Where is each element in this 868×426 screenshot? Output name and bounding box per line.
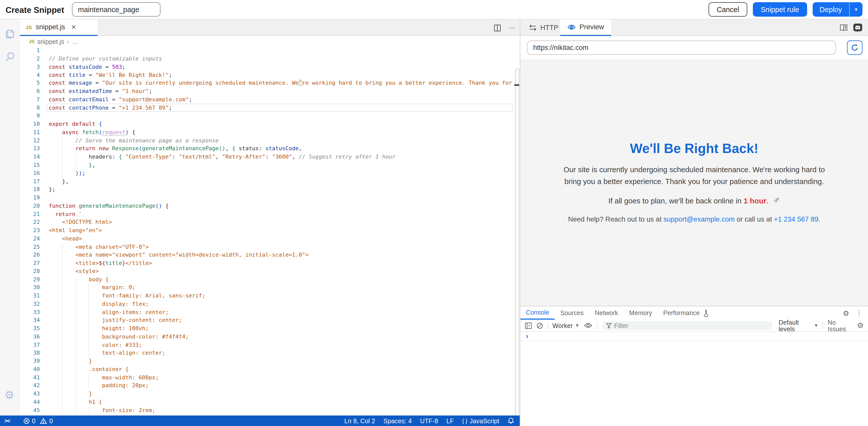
code-line[interactable]: 38 text-align: center;	[20, 349, 520, 357]
scrollbar-track[interactable]	[515, 68, 519, 426]
code-line[interactable]: 4const title = "We'll Be Right Back!";	[20, 71, 520, 79]
support-email-link[interactable]: support@example.com	[663, 216, 735, 223]
code-line[interactable]: 44 h1 {	[20, 398, 520, 406]
code-line[interactable]: 6const estimatedTime = "1 hour";	[20, 88, 520, 96]
code-line[interactable]: 40 .container {	[20, 366, 520, 374]
devtools-kebab-menu-icon[interactable]: ⋮	[856, 309, 863, 317]
snippet-name-input[interactable]	[72, 2, 160, 17]
encoding-setting[interactable]: UTF-8	[420, 418, 438, 424]
code-line[interactable]: 14 headers: { "Content-Type": "text/html…	[20, 153, 520, 161]
breadcrumb[interactable]: JS snippet.js › …	[20, 36, 520, 47]
console-messages-area[interactable]: ›	[520, 332, 868, 426]
clear-console-icon[interactable]	[536, 322, 543, 329]
code-line[interactable]: 16 });	[20, 169, 520, 177]
tab-network[interactable]: Network	[589, 306, 624, 320]
code-line[interactable]: 42 padding: 20px;	[20, 382, 520, 390]
execution-context-selector[interactable]: Worker▼	[552, 322, 579, 329]
code-line[interactable]: 15 },	[20, 161, 520, 169]
search-icon[interactable]	[4, 50, 16, 64]
code-line[interactable]: 31 font-family: Arial, sans-serif;	[20, 292, 520, 300]
deploy-button[interactable]: Deploy	[812, 2, 849, 17]
discord-icon[interactable]	[853, 23, 863, 32]
bell-icon[interactable]	[507, 417, 514, 425]
eye-icon[interactable]	[584, 322, 592, 329]
remote-indicator-icon[interactable]: ><	[4, 418, 10, 424]
editor-tab-strip: JS snippet.js ✕ ⋯	[20, 20, 520, 36]
breadcrumb-more[interactable]: …	[72, 38, 78, 45]
code-line[interactable]: 7const contactEmail = "support@example.c…	[20, 96, 520, 104]
code-line[interactable]: 21 return `	[20, 210, 520, 218]
panel-sidebar-icon[interactable]	[525, 322, 532, 329]
indentation-setting[interactable]: Spaces: 4	[383, 418, 411, 424]
code-line[interactable]: 11 async fetch(request) {	[20, 129, 520, 137]
more-actions-icon[interactable]: ⋯	[509, 24, 515, 32]
code-line[interactable]: 5const message = "Our site is currently …	[20, 79, 520, 87]
code-line[interactable]: 37 color: #333;	[20, 341, 520, 349]
snippet-editor-app: Create Snippet Cancel Snippet rule Deplo…	[0, 0, 868, 426]
issues-counter[interactable]: No Issues	[828, 319, 852, 332]
code-line[interactable]: 30 margin: 0;	[20, 284, 520, 292]
tab-http[interactable]: HTTP	[529, 20, 558, 36]
console-settings-gear-icon[interactable]: ⚙	[857, 322, 864, 329]
log-levels-dropdown[interactable]: Default levels▼	[779, 319, 818, 332]
refresh-button[interactable]	[847, 40, 863, 55]
code-line[interactable]: 8const contactPhone = "+1 234 567 89";	[20, 104, 520, 112]
code-line[interactable]: 29 body {	[20, 276, 520, 284]
code-line[interactable]: 20function generateMaintenancePage() {	[20, 202, 520, 210]
code-line[interactable]: 39 }	[20, 358, 520, 366]
code-line[interactable]: 27 <title>${title}</title>	[20, 259, 520, 267]
code-line[interactable]: 24 <head>	[20, 235, 520, 243]
code-line[interactable]: 25 <meta charset="UTF-8">	[20, 243, 520, 251]
code-line[interactable]: 43 }	[20, 390, 520, 398]
code-line[interactable]: 28 <style>	[20, 267, 520, 276]
code-line[interactable]: 35 height: 100vh;	[20, 325, 520, 333]
code-line[interactable]: 32 display: flex;	[20, 300, 520, 308]
tab-preview[interactable]: Preview	[560, 20, 611, 36]
activity-bar: ⚙	[0, 20, 21, 416]
code-line[interactable]: 13 return new Response(generateMaintenan…	[20, 145, 520, 153]
code-line[interactable]: 18};	[20, 186, 520, 194]
code-line[interactable]: 22 <!DOCTYPE html>	[20, 219, 520, 227]
breadcrumb-file[interactable]: snippet.js	[37, 38, 64, 45]
editor-scrollbar[interactable]	[515, 47, 520, 416]
devtools-settings-gear-icon[interactable]: ⚙	[843, 309, 849, 317]
tab-close-icon[interactable]: ✕	[71, 24, 76, 31]
code-line[interactable]: 17 },	[20, 177, 520, 186]
code-line[interactable]: 23<html lang="en">	[20, 227, 520, 235]
console-filter-input[interactable]: Filter	[601, 321, 772, 330]
code-line[interactable]: 19	[20, 194, 520, 202]
code-line[interactable]: 26 <meta name="viewport" content="width=…	[20, 251, 520, 259]
tab-performance[interactable]: Performance	[658, 306, 705, 320]
code-line[interactable]: 10export default {	[20, 120, 520, 128]
files-icon[interactable]	[4, 27, 16, 40]
settings-gear-icon[interactable]: ⚙	[4, 389, 14, 402]
language-mode[interactable]: { } JavaScript	[462, 418, 499, 424]
split-editor-icon[interactable]	[494, 24, 501, 31]
line-number: 5	[20, 79, 40, 87]
tab-sources[interactable]: Sources	[555, 306, 589, 320]
cursor-position[interactable]: Ln 8, Col 2	[344, 418, 375, 424]
code-editor[interactable]: 12// Define your customizable inputs3con…	[20, 47, 520, 416]
code-line[interactable]: 3const statusCode = 503;	[20, 63, 520, 71]
cancel-button[interactable]: Cancel	[708, 2, 747, 17]
code-line[interactable]: 45 font-size: 2rem;	[20, 406, 520, 415]
code-line[interactable]: 12 // Serve the maintenance page as a re…	[20, 137, 520, 145]
console-prompt-row[interactable]: ›	[520, 332, 868, 341]
code-line[interactable]: 36 background-color: #f4f4f4;	[20, 333, 520, 341]
code-line[interactable]: 34 justify-content: center;	[20, 317, 520, 325]
eol-setting[interactable]: LF	[446, 418, 454, 424]
docs-book-icon[interactable]	[839, 24, 848, 32]
code-line[interactable]: 1	[20, 47, 520, 55]
preview-url-input[interactable]	[527, 40, 836, 55]
code-line[interactable]: 41 max-width: 600px;	[20, 374, 520, 382]
code-line[interactable]: 2// Define your customizable inputs	[20, 55, 520, 63]
code-line[interactable]: 33 align-items: center;	[20, 308, 520, 316]
tab-console[interactable]: Console	[520, 306, 555, 320]
snippet-rule-button[interactable]: Snippet rule	[753, 2, 807, 17]
problems-indicator[interactable]: 0 0	[23, 418, 53, 424]
tab-snippet-js[interactable]: JS snippet.js ✕	[20, 20, 97, 36]
phone-link[interactable]: +1 234 567 89	[774, 216, 818, 223]
code-line[interactable]: 9	[20, 112, 520, 120]
tab-memory[interactable]: Memory	[624, 306, 658, 320]
deploy-dropdown-caret[interactable]: ▾	[849, 2, 863, 17]
